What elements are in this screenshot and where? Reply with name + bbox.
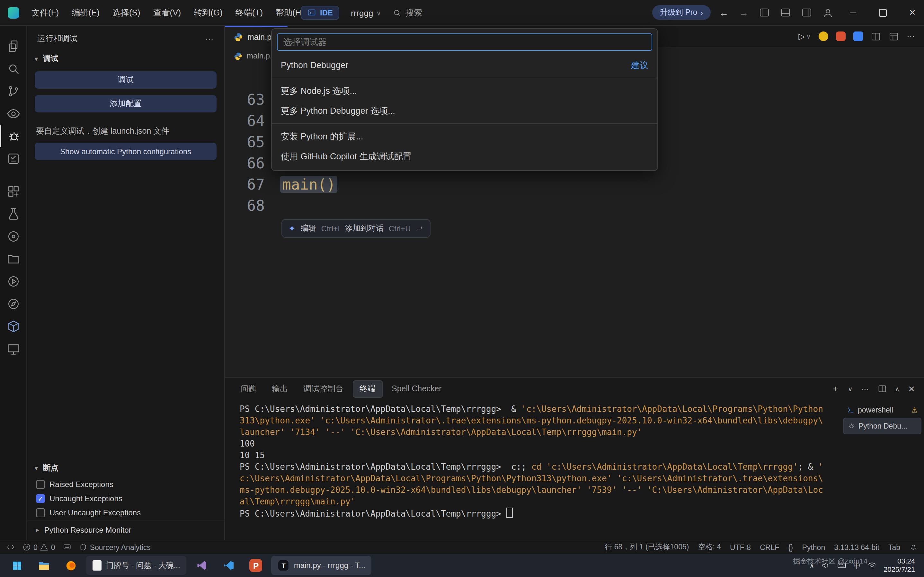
quickpick-item-install-python[interactable]: 安装 Python 的扩展...: [272, 127, 657, 147]
menu-selection[interactable]: 选择(S): [107, 4, 146, 21]
debug-section-header[interactable]: ▼ 调试: [27, 50, 224, 68]
tray-clock[interactable]: 03:24 2025/7/21: [884, 557, 915, 574]
powerpoint-icon[interactable]: P: [245, 556, 268, 575]
menu-edit[interactable]: 编辑(E): [66, 4, 105, 21]
quickpick-input[interactable]: [277, 34, 652, 51]
breakpoint-checkbox[interactable]: [36, 494, 45, 503]
vscode-icon[interactable]: [217, 556, 241, 575]
extension-icon-blue[interactable]: [853, 32, 863, 41]
extensions-icon[interactable]: [0, 180, 27, 202]
feedback-icon[interactable]: [63, 543, 71, 551]
project-switcher[interactable]: rrrggg ∨: [351, 8, 381, 18]
sourcery-analytics[interactable]: Sourcery Analytics: [79, 543, 151, 551]
search-sidebar-icon[interactable]: [0, 57, 27, 80]
breakpoint-checkbox[interactable]: [36, 508, 45, 517]
remote-monitor-icon[interactable]: [0, 337, 27, 360]
tab-spell-checker[interactable]: Spell Checker: [385, 382, 448, 396]
quickpick-item-python-debugger[interactable]: Python Debugger 建议: [272, 55, 657, 75]
breakpoint-row[interactable]: Raised Exceptions: [27, 477, 224, 492]
window-close-button[interactable]: ✕: [901, 0, 924, 26]
python-resource-monitor-section[interactable]: ► Python Resource Monitor: [27, 520, 224, 540]
run-python-file-button[interactable]: ▷∨: [798, 32, 811, 41]
tab-problems[interactable]: 问题: [234, 381, 263, 397]
extension-icon-yellow[interactable]: [819, 32, 828, 41]
bell-icon[interactable]: [909, 543, 918, 551]
visual-studio-icon[interactable]: [190, 556, 214, 575]
python-env-icon[interactable]: [0, 225, 27, 247]
breakpoints-section-header[interactable]: ▼ 断点: [27, 459, 224, 477]
split-editor-icon[interactable]: [871, 31, 881, 42]
breakpoint-row[interactable]: Uncaught Exceptions: [27, 492, 224, 506]
toggle-panel-button[interactable]: [778, 7, 793, 18]
encoding[interactable]: UTF-8: [730, 543, 751, 551]
terminal-output[interactable]: PS C:\Users\Administrator\AppData\Local\…: [225, 400, 843, 540]
nav-forward-button[interactable]: →: [737, 7, 750, 18]
package-icon[interactable]: [0, 315, 27, 337]
explorer-icon[interactable]: [0, 35, 27, 57]
run-circle-icon[interactable]: [0, 270, 27, 292]
problems-indicator[interactable]: 0 0: [23, 543, 55, 551]
tab-output[interactable]: 输出: [266, 381, 294, 397]
language-mode[interactable]: Python: [802, 543, 825, 551]
suggested-badge[interactable]: 建议: [631, 60, 648, 71]
source-control-icon[interactable]: [0, 80, 27, 102]
braces-icon[interactable]: {}: [788, 543, 793, 551]
menu-terminal[interactable]: 终端(T): [230, 4, 269, 21]
collapse-icon[interactable]: [416, 224, 424, 232]
more-actions-icon[interactable]: ⋯: [861, 384, 869, 393]
debug-button[interactable]: 调试: [35, 71, 217, 89]
more-actions-icon[interactable]: ⋯: [205, 34, 214, 44]
tab-indicator[interactable]: Tab: [889, 543, 900, 551]
inline-chat-widget[interactable]: ✦ 编辑 Ctrl+I 添加到对话 Ctrl+U: [282, 219, 431, 238]
taskbar-window-trae[interactable]: T main.py - rrrggg - T...: [272, 556, 372, 575]
file-explorer-icon[interactable]: [32, 556, 55, 575]
eye-icon[interactable]: [0, 102, 27, 125]
breakpoint-row[interactable]: User Uncaught Exceptions: [27, 506, 224, 520]
eol[interactable]: CRLF: [760, 543, 779, 551]
testing-icon[interactable]: [0, 147, 27, 170]
menu-goto[interactable]: 转到(G): [188, 4, 229, 21]
terminal-item-python-debug[interactable]: Python Debu...: [843, 417, 921, 434]
account-icon[interactable]: [821, 7, 835, 18]
add-config-button[interactable]: 添加配置: [35, 95, 217, 113]
extension-icon-red[interactable]: [836, 32, 846, 41]
window-maximize-button[interactable]: [871, 0, 895, 26]
terminal-item-powershell[interactable]: powershell ⚠: [843, 402, 921, 417]
quickpick-item-more-python[interactable]: 更多 Python Debugger 选项...: [272, 101, 657, 121]
more-actions-icon[interactable]: ⋯: [907, 32, 915, 41]
upgrade-pro-button[interactable]: 升级到 Pro ›: [652, 5, 711, 20]
menu-file[interactable]: 文件(F): [26, 4, 64, 21]
tab-terminal[interactable]: 终端: [353, 380, 383, 397]
python-version[interactable]: 3.13.13 64-bit: [834, 543, 879, 551]
flask-icon[interactable]: [0, 202, 27, 225]
cursor-position[interactable]: 行 68，列 1 (已选择1005): [605, 542, 689, 552]
run-and-debug-icon[interactable]: [0, 125, 27, 147]
toggle-secondary-sidebar-button[interactable]: [799, 7, 814, 18]
close-panel-icon[interactable]: ✕: [908, 384, 915, 393]
remote-indicator[interactable]: [6, 543, 15, 551]
wifi-icon[interactable]: [868, 561, 876, 570]
new-terminal-button[interactable]: ＋: [831, 383, 840, 395]
auto-python-config-button[interactable]: Show automatic Python configurations: [35, 143, 217, 160]
taskbar-window-notes[interactable]: 门牌号 - 问题 - 大碗...: [86, 556, 187, 575]
layout-icon[interactable]: [889, 31, 899, 42]
indentation[interactable]: 空格: 4: [698, 542, 721, 552]
terminal-dropdown-icon[interactable]: ∨: [848, 385, 853, 392]
quickpick-item-copilot[interactable]: 使用 GitHub Copilot 生成调试配置: [272, 147, 657, 166]
quickpick-item-more-node[interactable]: 更多 Node.js 选项...: [272, 81, 657, 101]
split-terminal-icon[interactable]: [878, 384, 887, 393]
tab-debug-console[interactable]: 调试控制台: [297, 381, 350, 397]
firefox-icon[interactable]: [59, 556, 82, 575]
toggle-sidebar-button[interactable]: [757, 7, 772, 18]
menu-view[interactable]: 查看(V): [148, 4, 187, 21]
breakpoint-checkbox[interactable]: [36, 480, 45, 489]
folder-icon[interactable]: [0, 247, 27, 270]
start-button[interactable]: [5, 556, 28, 575]
nav-back-button[interactable]: ←: [717, 7, 731, 18]
global-search[interactable]: 搜索: [393, 7, 422, 19]
compass-icon[interactable]: [0, 292, 27, 315]
window-minimize-button[interactable]: ─: [842, 0, 865, 26]
add-to-chat-button[interactable]: 添加到对话: [345, 223, 384, 234]
ide-mode-badge[interactable]: IDE: [301, 6, 339, 20]
maximize-panel-icon[interactable]: ∧: [895, 385, 900, 392]
